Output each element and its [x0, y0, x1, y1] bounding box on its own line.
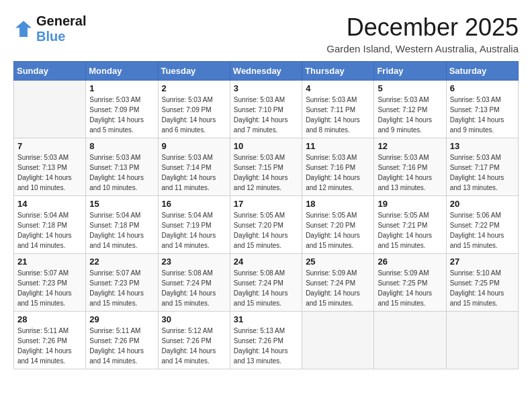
calendar-cell: 21Sunrise: 5:07 AMSunset: 7:23 PMDayligh… [14, 254, 86, 312]
calendar-cell: 12Sunrise: 5:03 AMSunset: 7:16 PMDayligh… [374, 138, 446, 196]
day-info: Sunrise: 5:07 AMSunset: 7:23 PMDaylight:… [17, 268, 82, 308]
day-number: 18 [306, 199, 370, 209]
title-area: December 2025 Garden Island, Western Aus… [326, 13, 519, 54]
day-info: Sunrise: 5:03 AMSunset: 7:10 PMDaylight:… [234, 95, 298, 135]
calendar-cell: 15Sunrise: 5:04 AMSunset: 7:18 PMDayligh… [86, 196, 158, 254]
day-info: Sunrise: 5:09 AMSunset: 7:25 PMDaylight:… [378, 268, 442, 308]
day-number: 15 [89, 199, 154, 209]
day-info: Sunrise: 5:11 AMSunset: 7:26 PMDaylight:… [89, 326, 154, 366]
day-number: 31 [234, 314, 298, 324]
day-info: Sunrise: 5:08 AMSunset: 7:24 PMDaylight:… [234, 268, 298, 308]
weekday-header-monday: Monday [86, 62, 158, 81]
logo-icon [13, 19, 34, 39]
calendar-cell: 16Sunrise: 5:04 AMSunset: 7:19 PMDayligh… [158, 196, 230, 254]
location-subtitle: Garden Island, Western Australia, Austra… [326, 43, 519, 54]
calendar-week-row: 21Sunrise: 5:07 AMSunset: 7:23 PMDayligh… [14, 254, 519, 312]
day-info: Sunrise: 5:03 AMSunset: 7:09 PMDaylight:… [162, 95, 226, 135]
calendar-table: SundayMondayTuesdayWednesdayThursdayFrid… [13, 61, 519, 369]
day-number: 10 [234, 141, 298, 151]
day-number: 8 [89, 141, 154, 151]
day-number: 19 [378, 199, 442, 209]
day-number: 27 [450, 257, 515, 267]
calendar-cell: 29Sunrise: 5:11 AMSunset: 7:26 PMDayligh… [86, 312, 158, 369]
calendar-cell: 24Sunrise: 5:08 AMSunset: 7:24 PMDayligh… [230, 254, 302, 312]
day-info: Sunrise: 5:13 AMSunset: 7:26 PMDaylight:… [234, 326, 298, 366]
calendar-cell: 31Sunrise: 5:13 AMSunset: 7:26 PMDayligh… [230, 312, 302, 369]
day-number: 17 [234, 199, 298, 209]
day-number: 16 [162, 199, 226, 209]
calendar-cell: 17Sunrise: 5:05 AMSunset: 7:20 PMDayligh… [230, 196, 302, 254]
calendar-cell: 8Sunrise: 5:03 AMSunset: 7:13 PMDaylight… [86, 138, 158, 196]
weekday-header-wednesday: Wednesday [230, 62, 302, 81]
day-number: 24 [234, 257, 298, 267]
day-info: Sunrise: 5:08 AMSunset: 7:24 PMDaylight:… [162, 268, 226, 308]
day-info: Sunrise: 5:03 AMSunset: 7:12 PMDaylight:… [378, 95, 442, 135]
day-info: Sunrise: 5:05 AMSunset: 7:20 PMDaylight:… [234, 210, 298, 250]
day-number: 12 [378, 141, 442, 151]
day-info: Sunrise: 5:03 AMSunset: 7:11 PMDaylight:… [306, 95, 370, 135]
day-number: 25 [306, 257, 370, 267]
day-info: Sunrise: 5:12 AMSunset: 7:26 PMDaylight:… [162, 326, 226, 366]
day-info: Sunrise: 5:03 AMSunset: 7:16 PMDaylight:… [306, 152, 370, 193]
day-number: 2 [162, 83, 226, 93]
day-info: Sunrise: 5:03 AMSunset: 7:13 PMDaylight:… [89, 152, 154, 193]
day-number: 6 [450, 83, 515, 93]
logo-text: General Blue [36, 13, 86, 44]
day-info: Sunrise: 5:03 AMSunset: 7:17 PMDaylight:… [450, 152, 515, 193]
calendar-cell [446, 312, 518, 369]
day-info: Sunrise: 5:03 AMSunset: 7:13 PMDaylight:… [17, 152, 82, 193]
day-number: 9 [162, 141, 226, 151]
calendar-week-row: 14Sunrise: 5:04 AMSunset: 7:18 PMDayligh… [14, 196, 519, 254]
calendar-cell: 20Sunrise: 5:06 AMSunset: 7:22 PMDayligh… [446, 196, 518, 254]
calendar-cell: 4Sunrise: 5:03 AMSunset: 7:11 PMDaylight… [302, 81, 374, 138]
day-number: 22 [89, 257, 154, 267]
calendar-week-row: 1Sunrise: 5:03 AMSunset: 7:09 PMDaylight… [14, 81, 519, 138]
day-number: 5 [378, 83, 442, 93]
calendar-cell: 11Sunrise: 5:03 AMSunset: 7:16 PMDayligh… [302, 138, 374, 196]
calendar-cell [14, 81, 86, 138]
day-info: Sunrise: 5:03 AMSunset: 7:13 PMDaylight:… [450, 95, 515, 135]
day-number: 3 [234, 83, 298, 93]
calendar-cell: 2Sunrise: 5:03 AMSunset: 7:09 PMDaylight… [158, 81, 230, 138]
month-title: December 2025 [326, 13, 519, 42]
day-number: 13 [450, 141, 515, 151]
day-number: 14 [17, 199, 82, 209]
calendar-cell: 23Sunrise: 5:08 AMSunset: 7:24 PMDayligh… [158, 254, 230, 312]
day-number: 29 [89, 314, 154, 324]
day-info: Sunrise: 5:06 AMSunset: 7:22 PMDaylight:… [450, 210, 515, 250]
day-info: Sunrise: 5:03 AMSunset: 7:15 PMDaylight:… [234, 152, 298, 193]
calendar-cell: 9Sunrise: 5:03 AMSunset: 7:14 PMDaylight… [158, 138, 230, 196]
day-number: 11 [306, 141, 370, 151]
calendar-cell: 22Sunrise: 5:07 AMSunset: 7:23 PMDayligh… [86, 254, 158, 312]
calendar-cell: 27Sunrise: 5:10 AMSunset: 7:25 PMDayligh… [446, 254, 518, 312]
day-info: Sunrise: 5:04 AMSunset: 7:18 PMDaylight:… [17, 210, 82, 250]
day-number: 30 [162, 314, 226, 324]
calendar-cell: 14Sunrise: 5:04 AMSunset: 7:18 PMDayligh… [14, 196, 86, 254]
calendar-cell: 6Sunrise: 5:03 AMSunset: 7:13 PMDaylight… [446, 81, 518, 138]
calendar-cell: 18Sunrise: 5:05 AMSunset: 7:20 PMDayligh… [302, 196, 374, 254]
weekday-header-sunday: Sunday [14, 62, 86, 81]
calendar-cell: 19Sunrise: 5:05 AMSunset: 7:21 PMDayligh… [374, 196, 446, 254]
calendar-week-row: 7Sunrise: 5:03 AMSunset: 7:13 PMDaylight… [14, 138, 519, 196]
day-info: Sunrise: 5:03 AMSunset: 7:16 PMDaylight:… [378, 152, 442, 193]
day-info: Sunrise: 5:10 AMSunset: 7:25 PMDaylight:… [450, 268, 515, 308]
page-header: General Blue December 2025 Garden Island… [13, 13, 519, 54]
calendar-cell: 5Sunrise: 5:03 AMSunset: 7:12 PMDaylight… [374, 81, 446, 138]
calendar-cell: 28Sunrise: 5:11 AMSunset: 7:26 PMDayligh… [14, 312, 86, 369]
day-info: Sunrise: 5:04 AMSunset: 7:19 PMDaylight:… [162, 210, 226, 250]
calendar-cell: 13Sunrise: 5:03 AMSunset: 7:17 PMDayligh… [446, 138, 518, 196]
calendar-week-row: 28Sunrise: 5:11 AMSunset: 7:26 PMDayligh… [14, 312, 519, 369]
day-info: Sunrise: 5:09 AMSunset: 7:24 PMDaylight:… [306, 268, 370, 308]
day-number: 7 [17, 141, 82, 151]
weekday-header-friday: Friday [374, 62, 446, 81]
calendar-cell: 1Sunrise: 5:03 AMSunset: 7:09 PMDaylight… [86, 81, 158, 138]
day-info: Sunrise: 5:05 AMSunset: 7:21 PMDaylight:… [378, 210, 442, 250]
weekday-header-thursday: Thursday [302, 62, 374, 81]
calendar-cell [302, 312, 374, 369]
day-info: Sunrise: 5:03 AMSunset: 7:09 PMDaylight:… [89, 95, 154, 135]
day-number: 4 [306, 83, 370, 93]
calendar-cell: 7Sunrise: 5:03 AMSunset: 7:13 PMDaylight… [14, 138, 86, 196]
day-info: Sunrise: 5:04 AMSunset: 7:18 PMDaylight:… [89, 210, 154, 250]
day-number: 26 [378, 257, 442, 267]
day-number: 1 [89, 83, 154, 93]
